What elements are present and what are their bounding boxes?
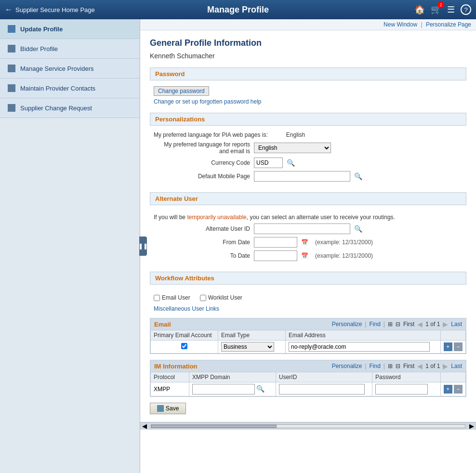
worklist-user-checkbox[interactable] <box>200 295 206 301</box>
to-date-input[interactable] <box>254 250 297 261</box>
email-col-address: Email Address <box>286 330 441 341</box>
im-action-cell: + − <box>440 382 465 396</box>
im-personalize-link[interactable]: Personalize <box>332 363 362 369</box>
pia-language-value: English <box>286 131 305 138</box>
workflow-attributes-section-header: Workflow Attributes <box>150 272 466 285</box>
alternate-user-section: If you will be temporarily unavailable, … <box>150 209 466 266</box>
from-date-input[interactable] <box>254 237 297 248</box>
email-user-checkbox[interactable] <box>154 295 160 301</box>
back-nav[interactable]: ← Supplier Secure Home Page <box>5 5 95 14</box>
scroll-left-btn[interactable]: ◀ <box>140 422 149 430</box>
sidebar-item-label-bidder-profile: Bidder Profile <box>20 45 58 53</box>
to-date-calendar-button[interactable]: 📅 <box>301 252 308 259</box>
sidebar-item-update-profile[interactable]: Update Profile <box>0 19 140 39</box>
default-mobile-input[interactable] <box>254 171 350 182</box>
email-action-cell: + − <box>440 341 465 354</box>
email-find-link[interactable]: Find <box>369 321 380 328</box>
email-personalize-link[interactable]: Personalize <box>332 321 362 328</box>
im-next-arrow[interactable]: ▶ <box>443 362 448 370</box>
personalize-page-link[interactable]: Personalize Page <box>426 21 471 28</box>
email-pagination: 1 of 1 <box>425 321 440 328</box>
scroll-track <box>151 424 465 428</box>
im-remove-row-button[interactable]: − <box>454 385 463 394</box>
change-password-button[interactable]: Change password <box>154 86 209 96</box>
email-address-input[interactable] <box>289 342 430 352</box>
alternate-user-search-button[interactable]: 🔍 <box>354 225 362 233</box>
view-all-icon[interactable]: ⊞ <box>388 321 393 328</box>
sidebar-item-label-update-profile: Update Profile <box>20 26 63 33</box>
im-table-title: IM Information <box>154 363 198 370</box>
save-button[interactable]: Save <box>150 403 186 414</box>
im-xmpp-domain-input[interactable] <box>192 384 255 394</box>
currency-search-button[interactable]: 🔍 <box>287 159 295 167</box>
help-icon[interactable]: ? <box>461 4 471 15</box>
supplier-change-request-icon <box>8 104 15 112</box>
sidebar-item-label-supplier-change-request: Supplier Change Request <box>20 105 92 112</box>
im-find-link[interactable]: Find <box>369 363 380 369</box>
im-col-xmpp-domain: XMPP Domain <box>189 372 276 382</box>
reports-language-select[interactable]: English French Spanish German <box>254 143 331 153</box>
currency-code-input[interactable] <box>254 158 283 168</box>
email-next-arrow[interactable]: ▶ <box>443 320 448 328</box>
email-col-actions <box>440 330 465 341</box>
im-xmpp-domain-search-button[interactable]: 🔍 <box>256 385 264 393</box>
grid-icon[interactable]: ⊟ <box>396 321 400 328</box>
im-add-row-button[interactable]: + <box>444 385 452 394</box>
from-date-row: From Date 📅 (example: 12/31/2000) <box>154 237 463 248</box>
forgot-password-link[interactable]: Change or set up forgotten password help <box>154 98 261 105</box>
email-user-checkbox-label: Email User <box>154 294 190 301</box>
default-mobile-search-button[interactable]: 🔍 <box>354 172 362 180</box>
sidebar-item-label-manage-service-providers: Manage Service Providers <box>20 65 93 72</box>
new-window-link[interactable]: New Window <box>383 21 417 28</box>
save-icon <box>157 405 164 412</box>
temporarily-unavailable-link[interactable]: temporarily unavailable <box>187 214 246 221</box>
back-nav-label: Supplier Secure Home Page <box>15 6 95 13</box>
im-protocol-cell: XMPP <box>151 382 189 396</box>
nav-icon-group: 🏠 🛒 2 ☰ ? <box>414 4 471 15</box>
alternate-user-id-input[interactable] <box>254 223 350 234</box>
worklist-user-label: Worklist User <box>208 294 242 301</box>
email-first-label: First <box>403 321 414 328</box>
menu-icon[interactable]: ☰ <box>447 4 455 15</box>
email-primary-checkbox[interactable] <box>181 343 187 349</box>
cart-icon[interactable]: 🛒 2 <box>431 4 441 15</box>
email-last-label[interactable]: Last <box>451 321 462 328</box>
email-table-nav: Personalize | Find | ⊞ ⊟ First ◀ 1 of 1 … <box>332 320 462 328</box>
sidebar-item-manage-service-providers[interactable]: Manage Service Providers <box>0 59 140 79</box>
sidebar-collapse-button[interactable]: ❚❚ <box>139 236 147 256</box>
top-links-separator: | <box>421 21 423 28</box>
im-first-label: First <box>403 363 414 369</box>
email-type-cell: Business Campus Home Other <box>218 341 286 354</box>
im-userid-cell <box>276 382 372 396</box>
email-table-section: Email Personalize | Find | ⊞ ⊟ First ◀ 1… <box>150 318 466 354</box>
im-col-userid: UserID <box>276 372 372 382</box>
email-remove-row-button[interactable]: − <box>454 342 463 351</box>
im-view-all-icon[interactable]: ⊞ <box>388 363 393 369</box>
im-userid-input[interactable] <box>279 384 365 394</box>
im-grid-icon[interactable]: ⊟ <box>396 363 400 369</box>
reports-language-row: My preferred language for reportsand ema… <box>154 141 463 155</box>
to-date-example: (example: 12/31/2000) <box>315 252 373 259</box>
alternate-user-section-header: Alternate User <box>150 192 466 205</box>
sidebar-item-supplier-change-request[interactable]: Supplier Change Request <box>0 98 140 118</box>
home-icon[interactable]: 🏠 <box>414 4 425 15</box>
email-address-cell <box>286 341 441 354</box>
miscellaneous-user-links[interactable]: Miscellaneous User Links <box>154 305 219 312</box>
top-navbar: ← Supplier Secure Home Page Manage Profi… <box>0 0 476 19</box>
sidebar-item-bidder-profile[interactable]: Bidder Profile <box>0 39 140 59</box>
from-date-calendar-button[interactable]: 📅 <box>301 239 308 246</box>
sidebar-item-maintain-provider-contacts[interactable]: Maintain Provider Contacts <box>0 79 140 98</box>
email-type-select[interactable]: Business Campus Home Other <box>221 342 274 352</box>
horizontal-scrollbar[interactable]: ◀ ▶ <box>140 422 476 430</box>
email-prev-arrow[interactable]: ◀ <box>417 320 423 328</box>
email-add-row-button[interactable]: + <box>444 342 452 351</box>
page-title-header: Manage Profile <box>207 5 269 15</box>
im-col-protocol: Protocol <box>151 372 189 382</box>
im-password-input[interactable] <box>375 384 428 394</box>
im-col-actions <box>440 372 465 382</box>
currency-code-row: Currency Code 🔍 <box>154 158 463 168</box>
im-last-label[interactable]: Last <box>451 363 462 369</box>
im-prev-arrow[interactable]: ◀ <box>417 362 423 370</box>
reports-language-label: My preferred language for reportsand ema… <box>154 141 250 155</box>
scroll-right-btn[interactable]: ▶ <box>467 422 476 430</box>
